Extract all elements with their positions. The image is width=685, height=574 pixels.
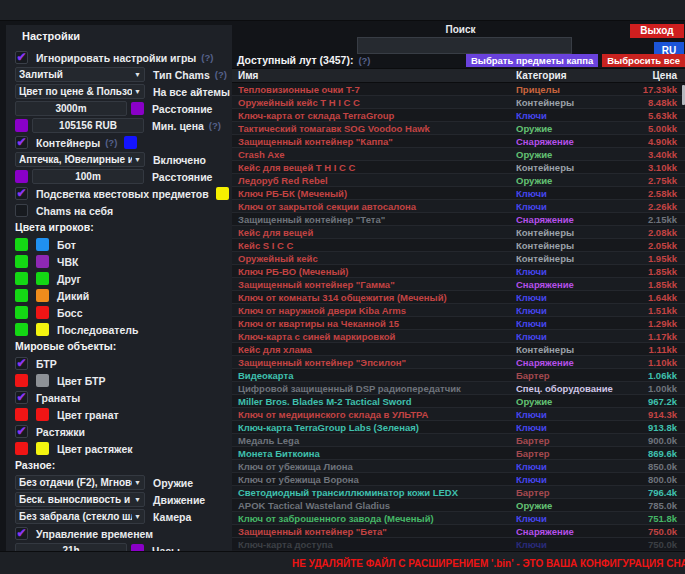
loot-item-name: Ключ от медицинского склада в УЛЬТРА: [232, 409, 516, 420]
min-price-input[interactable]: [32, 118, 144, 133]
loot-row[interactable]: Цифровой защищенный DSP радиопередатчикС…: [232, 382, 685, 395]
color-swatch[interactable]: [131, 102, 144, 115]
color-friend-swatch-1[interactable]: [15, 272, 28, 285]
loot-row[interactable]: Светодиодный трансиллюминатор кожи LEDXБ…: [232, 486, 685, 499]
loot-row[interactable]: Ключ от убежища ВоронаКлючи800.0k: [232, 473, 685, 486]
ignore-game-settings-checkbox[interactable]: ✔: [15, 51, 28, 64]
color-boss-swatch-1[interactable]: [15, 306, 28, 319]
color-tripwires-swatch-1[interactable]: [15, 442, 28, 455]
loot-row[interactable]: Ключ-карта TerraGroup Labs (Зеленая)Ключ…: [232, 421, 685, 434]
color-swatch[interactable]: [15, 119, 28, 132]
setting-label: Мин. цена: [152, 120, 204, 132]
btr-checkbox[interactable]: ✔: [15, 357, 28, 370]
select-kappa-button[interactable]: Выбрать предметы каппа: [466, 54, 598, 67]
loot-item-category: Контейнеры: [516, 240, 621, 251]
color-grenades-swatch-1[interactable]: [15, 408, 28, 421]
setting-row-items-distance: Расстояние: [6, 100, 232, 117]
loot-row[interactable]: Кейс для вещейКонтейнеры2.08kk: [232, 226, 685, 239]
color-boss-swatch-2[interactable]: [36, 306, 49, 319]
grenades-checkbox[interactable]: ✔: [15, 391, 28, 404]
loot-row[interactable]: Кейс для вещей T H I C CКонтейнеры3.10kk: [232, 161, 685, 174]
loot-row[interactable]: Ключ РБ-ВО (Меченый)Ключи1.85kk: [232, 265, 685, 278]
setting-label: Друг: [57, 273, 81, 285]
loot-row[interactable]: Защищенный контейнер "Каппа"Снаряжение4.…: [232, 135, 685, 148]
loot-row[interactable]: APOK Tactical Wasteland GladiusОружие785…: [232, 499, 685, 512]
loot-row[interactable]: Ледоруб Red RebelОружие2.75kk: [232, 174, 685, 187]
loot-row[interactable]: Ключ-карта доступаКлючи750.0k: [232, 538, 685, 551]
loot-row[interactable]: Ключ от заброшенного завода (Меченый)Клю…: [232, 512, 685, 525]
color-follower-swatch-2[interactable]: [36, 323, 49, 336]
color-scav-swatch-2[interactable]: [36, 289, 49, 302]
color-grenades-swatch-2[interactable]: [36, 408, 49, 421]
weapon-options-select[interactable]: Без отдачи (F2), Мгновенное п▼: [15, 475, 145, 490]
color-btr-swatch-1[interactable]: [15, 374, 28, 387]
drop-all-button[interactable]: Выбросить все: [602, 54, 685, 67]
loot-panel: Доступный лут (3457): (?) Выбрать предме…: [232, 52, 685, 574]
setting-row-containers: ✔Контейнеры(?): [6, 134, 232, 151]
loot-row[interactable]: Miller Bros. Blades M-2 Tactical SwordОр…: [232, 395, 685, 408]
loot-row[interactable]: Ключ-карта с синей маркировкойКлючи1.17k…: [232, 330, 685, 343]
time-control-checkbox[interactable]: ✔: [15, 527, 28, 540]
containers-checkbox[interactable]: ✔: [15, 136, 28, 149]
loot-row[interactable]: Монета БиткоинаБартер869.6k: [232, 447, 685, 460]
loot-item-name: Ключ РБ-ВО (Меченый): [232, 266, 516, 277]
all-items-mode-select[interactable]: Цвет по цене & Пользователь▼: [15, 84, 145, 99]
color-pmc-swatch-1[interactable]: [15, 255, 28, 268]
loot-row[interactable]: Тепловизионные очки T-7Прицелы17.33kk: [232, 83, 685, 96]
color-swatch[interactable]: [15, 170, 28, 183]
loot-row[interactable]: Защищенный контейнер "Эпсилон"Снаряжение…: [232, 356, 685, 369]
loot-item-name: Crash Axe: [232, 149, 516, 160]
containers-distance-input[interactable]: [32, 169, 144, 184]
exit-button[interactable]: Выход: [630, 24, 684, 38]
color-pmc-swatch-2[interactable]: [36, 255, 49, 268]
loot-row[interactable]: Кейс S I C CКонтейнеры2.05kk: [232, 239, 685, 252]
loot-row[interactable]: Защищенный контейнер "Тета"Снаряжение2.1…: [232, 213, 685, 226]
setting-row-color-follower: Последователь: [6, 321, 232, 338]
loot-row[interactable]: Оружейный кейсКонтейнеры1.95kk: [232, 252, 685, 265]
loot-row[interactable]: Ключ РБ-БК (Меченый)Ключи2.58kk: [232, 187, 685, 200]
color-bot-swatch-2[interactable]: [36, 238, 49, 251]
color-bot-swatch-1[interactable]: [15, 238, 28, 251]
loot-item-price: 1.29kk: [621, 318, 685, 329]
loot-row[interactable]: Кейс для хламаКонтейнеры1.11kk: [232, 343, 685, 356]
quest-highlight-checkbox[interactable]: ✔: [15, 187, 28, 200]
loot-item-category: Ключи: [516, 188, 621, 199]
loot-row[interactable]: Crash AxeОружие3.40kk: [232, 148, 685, 161]
camera-options-select[interactable]: Без забрала (стекло шлема)▼: [15, 509, 145, 524]
loot-row[interactable]: Тактический томагавк SOG Voodoo HawkОруж…: [232, 122, 685, 135]
color-follower-swatch-1[interactable]: [15, 323, 28, 336]
setting-label: Движение: [153, 494, 205, 506]
loot-item-price: 1.95kk: [621, 253, 685, 264]
color-tripwires-swatch-2[interactable]: [36, 442, 49, 455]
loot-row[interactable]: Ключ от комнаты 314 общежития (Меченый)К…: [232, 291, 685, 304]
self-chams-checkbox[interactable]: [15, 204, 28, 217]
items-distance-input[interactable]: [15, 101, 127, 116]
loot-item-price: 1.85kk: [621, 279, 685, 290]
loot-item-name: Ключ от заброшенного завода (Меченый): [232, 513, 516, 524]
tripwires-checkbox[interactable]: ✔: [15, 425, 28, 438]
loot-row[interactable]: Ключ от квартиры на Чеканной 15Ключи1.29…: [232, 317, 685, 330]
color-swatch[interactable]: [216, 187, 229, 200]
loot-row[interactable]: Ключ от убежища ЛионаКлючи850.0k: [232, 460, 685, 473]
setting-label: ЧВК: [57, 256, 78, 268]
dropdown-value: Беск. выносливость и нет уста: [19, 494, 132, 505]
loot-row[interactable]: Ключ от закрытой секции автосалонаКлючи2…: [232, 200, 685, 213]
chams-type-select[interactable]: Залитый▼: [15, 67, 145, 82]
color-scav-swatch-1[interactable]: [15, 289, 28, 302]
loot-row[interactable]: Защищенный контейнер "Гамма"Снаряжение1.…: [232, 278, 685, 291]
loot-row[interactable]: ВидеокартаБартер1.06kk: [232, 369, 685, 382]
loot-item-name: Защищенный контейнер "Гамма": [232, 279, 516, 290]
color-btr-swatch-2[interactable]: [36, 374, 49, 387]
loot-row[interactable]: Защищенный контейнер "Бета"Снаряжение750…: [232, 525, 685, 538]
loot-row[interactable]: Ключ от медицинского склада в УЛЬТРАКлюч…: [232, 408, 685, 421]
loot-row[interactable]: Оружейный кейс T H I C CКонтейнеры8.48kk: [232, 96, 685, 109]
loot-row[interactable]: Ключ-карта от склада TerraGroupКлючи5.63…: [232, 109, 685, 122]
loot-item-price: 1.11kk: [621, 344, 685, 355]
color-friend-swatch-2[interactable]: [36, 272, 49, 285]
loot-item-name: Ледоруб Red Rebel: [232, 175, 516, 186]
color-swatch[interactable]: [124, 136, 137, 149]
loot-row[interactable]: Ключ от наружной двери Kiba ArmsКлючи1.5…: [232, 304, 685, 317]
movement-options-select[interactable]: Беск. выносливость и нет уста▼: [15, 492, 145, 507]
loot-row[interactable]: Медаль LegaБартер900.0k: [232, 434, 685, 447]
containers-filter-select[interactable]: Аптечка, Ювелирные и...▼: [15, 152, 145, 167]
